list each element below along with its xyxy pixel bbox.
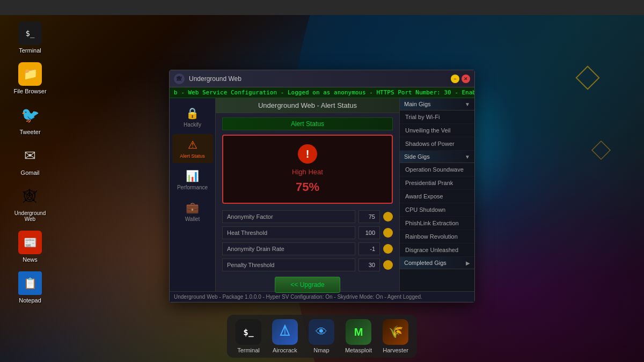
completed-gigs-header: Completed Gigs ▶ — [400, 257, 474, 269]
dock-metasploit-label: Metasploit — [345, 347, 372, 353]
alert-status-label: Alert Status — [180, 153, 205, 159]
main-panel: Underground Web - Alert Status Alert Sta… — [216, 98, 399, 291]
side-gigs-header: Side Gigs ▼ — [400, 151, 474, 163]
stat-label-anonymity-factor: Anonymity Factor — [222, 210, 355, 223]
underground-web-label: Underground Web — [11, 210, 49, 222]
main-gigs-chevron: ▼ — [465, 101, 470, 107]
side-gigs-label: Side Gigs — [404, 153, 430, 160]
sidebar-item-wallet[interactable]: 💼 Wallet — [172, 197, 213, 226]
dock-airocrack[interactable]: Airocrack — [272, 319, 298, 353]
stat-label-penalty-threshold: Penalty Threshold — [222, 258, 355, 271]
terminal-label: Terminal — [19, 47, 41, 54]
right-menu-item-cpu-shutdown[interactable]: CPU Shutdown — [400, 203, 474, 217]
right-menu-item-disgrace-unleashed[interactable]: Disgrace Unleashed — [400, 243, 474, 257]
desktop-icon-underground-web[interactable]: 🕸 Underground Web — [11, 184, 49, 222]
desktop-icon-notepad[interactable]: 📋 Notepad — [11, 271, 49, 304]
stat-row-heat-threshold: Heat Threshold 100 — [222, 226, 393, 239]
performance-icon: 📊 — [186, 169, 199, 182]
right-menu-item-shadows[interactable]: Shadows of Power — [400, 137, 474, 151]
dock-harvester-label: Harvester — [383, 347, 408, 353]
notepad-label: Notepad — [19, 297, 41, 304]
sidebar-item-hackify[interactable]: 🔒 Hackify — [172, 102, 213, 132]
stat-label-heat-threshold: Heat Threshold — [222, 226, 355, 239]
dock-airocrack-icon — [272, 319, 298, 345]
gomail-label: Gomail — [21, 169, 40, 176]
wallet-icon: 💼 — [186, 201, 199, 214]
dock-terminal-icon: $_ — [236, 319, 261, 345]
window-titlebar: 🕸 Underground Web − ✕ — [170, 70, 474, 87]
alert-level-text: High Heat — [292, 168, 323, 176]
stat-label-anonymity-drain: Anonymity Drain Rate — [222, 242, 355, 255]
dock-harvester-icon: 🌾 — [383, 319, 408, 345]
upgrade-button[interactable]: << Upgrade — [275, 277, 340, 293]
stat-row-anonymity-factor: Anonymity Factor 75 — [222, 210, 393, 223]
desktop-icon-filebrowser[interactable]: 📁 File Browser — [11, 62, 49, 94]
right-menu-item-operation-soundwave[interactable]: Operation Soundwave — [400, 163, 474, 176]
tweeter-icon: 🐦 — [18, 103, 42, 127]
stat-row-penalty-threshold: Penalty Threshold 30 — [222, 258, 393, 271]
hackify-icon: 🔒 — [186, 107, 199, 120]
side-gigs-chevron: ▼ — [465, 154, 470, 160]
alert-danger-icon: ! — [298, 144, 317, 164]
dock-terminal[interactable]: $_ Terminal — [236, 319, 261, 353]
alert-status-icon: ⚠ — [188, 138, 197, 151]
dock-metasploit-icon: M — [346, 319, 371, 345]
alert-status-header: Alert Status — [222, 117, 393, 130]
titlebar-app-icon: 🕸 — [174, 73, 185, 84]
sidebar-item-alert-status[interactable]: ⚠ Alert Status — [172, 134, 213, 163]
stat-row-anonymity-drain: Anonymity Drain Rate -1 — [222, 242, 393, 255]
window-controls: − ✕ — [451, 75, 470, 83]
svg-rect-0 — [576, 67, 599, 89]
gomail-icon: ✉ — [18, 144, 42, 167]
alert-box: ! High Heat 75% — [222, 135, 393, 204]
dock-metasploit[interactable]: M Metasploit — [345, 319, 372, 353]
dock-nmap-icon: 👁 — [309, 319, 334, 345]
hackify-label: Hackify — [184, 122, 201, 128]
diamond-decoration-2 — [590, 139, 612, 163]
desktop-icon-tweeter[interactable]: 🐦 Tweeter — [11, 103, 49, 135]
ticker-bar: b - Web Service Configuration - Logged o… — [170, 87, 474, 98]
top-taskbar — [0, 0, 644, 15]
right-menu-item-trial-wifi[interactable]: Trial by Wi-Fi — [400, 110, 474, 124]
filebrowser-icon: 📁 — [18, 62, 42, 86]
stat-value-heat-threshold: 100 — [358, 226, 380, 239]
stat-indicator-anonymity-drain — [383, 244, 393, 254]
dock-nmap[interactable]: 👁 Nmap — [309, 319, 334, 353]
window-content: 🔒 Hackify ⚠ Alert Status 📊 Performance 💼… — [170, 98, 474, 291]
dock-harvester[interactable]: 🌾 Harvester — [383, 319, 408, 353]
svg-rect-1 — [592, 141, 610, 159]
right-menu-item-unveiling[interactable]: Unveiling the Veil — [400, 124, 474, 137]
stat-indicator-anonymity-factor — [383, 212, 393, 221]
desktop-icon-terminal[interactable]: $_ Terminal — [11, 21, 49, 54]
sidebar-item-performance[interactable]: 📊 Performance — [172, 165, 213, 195]
right-panel: Main Gigs ▼ Trial by Wi-Fi Unveiling the… — [399, 98, 474, 291]
desktop-icon-gomail[interactable]: ✉ Gomail — [11, 144, 49, 176]
bottom-dock: $_ Terminal Airocrack 👁 Nmap M Metasploi… — [227, 315, 417, 358]
filebrowser-label: File Browser — [13, 88, 46, 94]
right-menu-item-phishlink[interactable]: PhishLink Extraction — [400, 217, 474, 230]
right-menu-item-rainbow-revolution[interactable]: Rainbow Revolution — [400, 230, 474, 243]
stat-value-penalty-threshold: 30 — [358, 258, 380, 271]
tweeter-label: Tweeter — [19, 129, 40, 135]
news-icon: 📰 — [18, 231, 42, 254]
close-button[interactable]: ✕ — [462, 75, 470, 83]
stat-value-anonymity-factor: 75 — [358, 210, 380, 223]
window-title: Underground Web — [189, 75, 447, 83]
left-sidebar: 🔒 Hackify ⚠ Alert Status 📊 Performance 💼… — [170, 98, 216, 291]
app-window: 🕸 Underground Web − ✕ b - Web Service Co… — [169, 70, 475, 302]
terminal-icon: $_ — [18, 21, 42, 45]
completed-gigs-label: Completed Gigs — [404, 260, 447, 266]
news-label: News — [23, 256, 38, 263]
right-menu-item-presidential-prank[interactable]: Presidential Prank — [400, 176, 474, 190]
diamond-decoration-1 — [574, 64, 601, 93]
alert-percent-value: 75% — [296, 180, 319, 194]
panel-header: Underground Web - Alert Status — [216, 98, 399, 113]
stat-indicator-penalty-threshold — [383, 260, 393, 270]
performance-label: Performance — [177, 184, 208, 190]
underground-web-icon: 🕸 — [18, 184, 42, 208]
right-menu-item-award-expose[interactable]: Award Expose — [400, 190, 474, 203]
desktop-icon-news[interactable]: 📰 News — [11, 231, 49, 263]
dock-airocrack-label: Airocrack — [273, 347, 297, 353]
minimize-button[interactable]: − — [451, 75, 459, 83]
wallet-label: Wallet — [185, 216, 200, 222]
